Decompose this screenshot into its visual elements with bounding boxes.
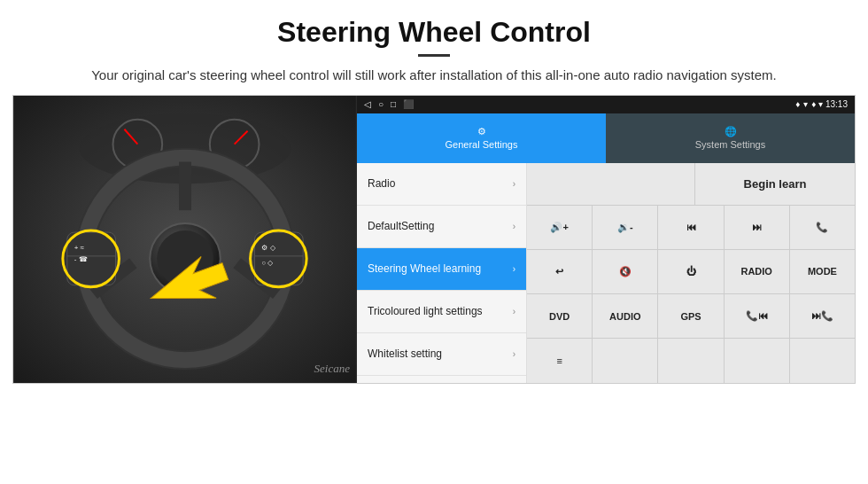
apps-btn[interactable]: ⬛ xyxy=(403,99,414,109)
main-panel: Radio › DefaultSetting › Steering Wheel … xyxy=(357,163,855,383)
audio-button[interactable]: AUDIO xyxy=(593,294,658,338)
call-next-button[interactable]: ⏭📞 xyxy=(790,294,855,338)
power-icon: ⏻ xyxy=(686,266,696,277)
settings-tabs: ⚙ General Settings 🌐 System Settings xyxy=(357,113,855,163)
back-btn[interactable]: ◁ xyxy=(364,99,371,109)
top-row: Begin learn xyxy=(527,163,855,206)
menu-steering-label: Steering Wheel learning xyxy=(368,262,481,275)
menu-icon-button[interactable]: ≡ xyxy=(527,339,593,382)
call-icon: 📞 xyxy=(816,222,828,233)
mute-button[interactable]: 🔇 xyxy=(593,250,658,293)
wifi-icon: ▾ xyxy=(803,99,808,109)
power-button[interactable]: ⏻ xyxy=(658,250,724,293)
empty-btn-1 xyxy=(593,339,658,382)
next-track-button[interactable]: ⏭ xyxy=(725,206,790,249)
chevron-icon: › xyxy=(513,222,515,231)
general-settings-tab[interactable]: ⚙ General Settings xyxy=(357,113,606,163)
header-description: Your original car's steering wheel contr… xyxy=(53,66,815,86)
menu-whitelist-label: Whitelist setting xyxy=(368,347,442,360)
recents-btn[interactable]: □ xyxy=(391,99,396,109)
status-bar: ◁ ○ □ ⬛ ♦ ▾ ♦ ▾ 13:13 xyxy=(357,96,855,113)
dvd-button[interactable]: DVD xyxy=(527,294,593,338)
menu-tricoloured-label: Tricoloured light settings xyxy=(368,305,483,317)
general-settings-icon: ⚙ xyxy=(477,126,486,137)
location-icon: ♦ xyxy=(795,99,800,109)
home-btn[interactable]: ○ xyxy=(378,99,384,109)
radio-label: RADIO xyxy=(740,266,771,277)
dvd-label: DVD xyxy=(549,311,570,322)
call-next-icon: ⏭📞 xyxy=(811,310,833,322)
left-menu: Radio › DefaultSetting › Steering Wheel … xyxy=(357,163,527,383)
status-icons: ♦ ▾ ♦ ▾ 13:13 xyxy=(795,99,848,109)
right-controls-panel: Begin learn 🔊+ 🔉- ⏮ xyxy=(527,163,855,383)
menu-item-default[interactable]: DefaultSetting › xyxy=(357,206,526,248)
gps-button[interactable]: GPS xyxy=(658,294,724,338)
chevron-icon: › xyxy=(513,179,515,189)
empty-display-box xyxy=(527,163,695,205)
call-prev-icon: 📞⏮ xyxy=(746,310,768,322)
volume-up-icon: 🔊+ xyxy=(550,222,568,233)
system-settings-label: System Settings xyxy=(695,139,765,150)
general-settings-label: General Settings xyxy=(446,139,518,150)
menu-item-steering[interactable]: Steering Wheel learning › xyxy=(357,248,526,291)
content-area: + ≈ - ☎ ⚙ ◇ ○ ◇ Seicane ◁ ○ xyxy=(12,95,856,384)
menu-icon: ≡ xyxy=(556,355,562,366)
mode-label: MODE xyxy=(808,266,837,277)
button-row-4: ≡ xyxy=(527,339,855,382)
nav-buttons: ◁ ○ □ ⬛ xyxy=(364,99,414,109)
empty-btn-2 xyxy=(658,339,724,382)
button-row-1: 🔊+ 🔉- ⏮ ⏭ 📞 xyxy=(527,206,855,250)
clock: ♦ ▾ 13:13 xyxy=(811,99,848,109)
watermark: Seicane xyxy=(314,362,350,376)
hangup-button[interactable]: ↩ xyxy=(527,250,593,293)
title-divider xyxy=(418,54,450,57)
chevron-icon: › xyxy=(513,307,515,316)
chevron-icon: › xyxy=(513,264,515,274)
volume-down-icon: 🔉- xyxy=(617,222,633,233)
svg-text:⚙  ◇: ⚙ ◇ xyxy=(261,243,275,251)
next-track-icon: ⏭ xyxy=(752,222,762,232)
steering-wheel-image: + ≈ - ☎ ⚙ ◇ ○ ◇ Seicane xyxy=(13,96,357,383)
menu-item-whitelist[interactable]: Whitelist setting › xyxy=(357,333,526,376)
empty-btn-4 xyxy=(790,339,855,382)
empty-btn-3 xyxy=(725,339,790,382)
hangup-icon: ↩ xyxy=(555,266,563,277)
page-title: Steering Wheel Control xyxy=(53,16,815,49)
chevron-icon: › xyxy=(513,349,515,359)
menu-default-label: DefaultSetting xyxy=(368,220,434,232)
prev-track-button[interactable]: ⏮ xyxy=(658,206,724,249)
android-ui: ◁ ○ □ ⬛ ♦ ▾ ♦ ▾ 13:13 ⚙ General Settings… xyxy=(357,96,855,383)
call-prev-button[interactable]: 📞⏮ xyxy=(725,294,790,338)
mute-icon: 🔇 xyxy=(619,266,632,277)
menu-radio-label: Radio xyxy=(368,177,395,190)
system-settings-tab[interactable]: 🌐 System Settings xyxy=(606,113,855,163)
volume-up-button[interactable]: 🔊+ xyxy=(527,206,593,249)
button-row-2: ↩ 🔇 ⏻ RADIO MODE xyxy=(527,250,855,294)
mode-button[interactable]: MODE xyxy=(790,250,855,293)
svg-text:+  ≈: + ≈ xyxy=(74,243,85,251)
page-header: Steering Wheel Control Your original car… xyxy=(0,0,868,95)
menu-item-tricoloured[interactable]: Tricoloured light settings › xyxy=(357,291,526,333)
button-grid: 🔊+ 🔉- ⏮ ⏭ 📞 xyxy=(527,206,855,383)
prev-track-icon: ⏮ xyxy=(686,222,696,232)
menu-item-radio[interactable]: Radio › xyxy=(357,163,526,206)
svg-text:○  ◇: ○ ◇ xyxy=(261,258,274,266)
volume-down-button[interactable]: 🔉- xyxy=(593,206,658,249)
begin-learn-button[interactable]: Begin learn xyxy=(695,163,855,205)
button-row-3: DVD AUDIO GPS 📞⏮ ⏭📞 xyxy=(527,294,855,339)
call-button[interactable]: 📞 xyxy=(790,206,855,249)
system-settings-icon: 🌐 xyxy=(725,126,737,137)
gps-label: GPS xyxy=(680,311,701,322)
radio-button[interactable]: RADIO xyxy=(725,250,790,293)
audio-label: AUDIO xyxy=(609,311,640,322)
